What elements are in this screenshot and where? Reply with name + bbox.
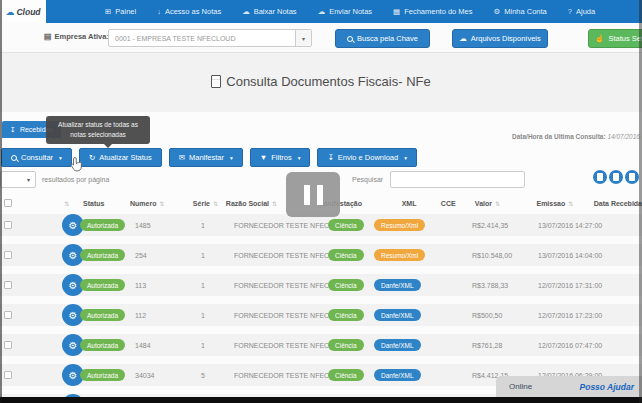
sort-icon[interactable]: ⇅ bbox=[64, 201, 69, 207]
consultar-button[interactable]: Consultar▾ bbox=[1, 148, 72, 167]
row-checkbox[interactable] bbox=[4, 341, 12, 349]
pause-icon bbox=[304, 185, 310, 205]
building-icon: ▤ bbox=[44, 32, 52, 41]
cell-valor: R$500,50 bbox=[470, 312, 528, 319]
nav-item-ajuda[interactable]: ?Ajuda bbox=[568, 7, 595, 16]
cell-numero: 112 bbox=[130, 312, 183, 319]
nav-item-label: Minha Conta bbox=[504, 7, 547, 16]
select-all-checkbox[interactable] bbox=[4, 199, 12, 207]
company-toolbar: ▤ Empresa Ativa: 0001 - EMPRESA TESTE NF… bbox=[0, 23, 642, 53]
xml-badge[interactable]: Resumo/Xml bbox=[374, 249, 425, 261]
atualizar-status-button[interactable]: ↻Atualizar Status bbox=[79, 148, 162, 167]
row-checkbox[interactable] bbox=[4, 281, 12, 289]
manifestacao-badge[interactable]: Ciência bbox=[328, 309, 364, 321]
sort-icon: ⇅ bbox=[568, 201, 573, 207]
nav-item-painel[interactable]: ⊞Painel bbox=[105, 7, 136, 16]
sort-icon: ⇅ bbox=[272, 201, 277, 207]
xml-badge[interactable]: Resumo/Xml bbox=[374, 219, 425, 231]
cell-valor: R$2.414,35 bbox=[470, 222, 528, 229]
col-xml[interactable]: XML bbox=[360, 200, 441, 207]
mouse-cursor-hand bbox=[70, 157, 83, 176]
logo-text: Cloud bbox=[16, 7, 40, 17]
chat-cta: Posso Ajudar bbox=[580, 382, 634, 392]
print-icon bbox=[629, 173, 635, 181]
export-buttons bbox=[593, 170, 639, 184]
cell-valor: R$10.548,00 bbox=[470, 252, 528, 259]
col-cce[interactable]: CCE bbox=[441, 200, 453, 207]
results-per-page-select[interactable]: ▾ bbox=[0, 171, 36, 188]
xml-badge[interactable]: Danfe/XML bbox=[374, 279, 421, 291]
button-label: Envio e Download bbox=[338, 153, 398, 162]
cloud-download-icon: ☁ bbox=[242, 7, 250, 16]
col-emissao[interactable]: Emissao⇅ bbox=[508, 200, 588, 207]
video-letterbox-bar bbox=[0, 397, 642, 403]
cell-razao-social: FORNECEDOR TESTE NFECLOUD bbox=[222, 222, 328, 229]
envio-e-download-button[interactable]: ↧Envio e Download▾ bbox=[317, 148, 417, 167]
status-badge: Autorizada bbox=[80, 369, 125, 381]
nav-item-label: Acesso as Notas bbox=[165, 7, 221, 16]
row-checkbox[interactable] bbox=[4, 221, 12, 229]
cell-razao-social: FORNECEDOR TESTE NFECLOUD bbox=[222, 282, 328, 289]
chevron-down-icon: ▾ bbox=[298, 155, 301, 161]
available-files-button[interactable]: ☁ Arquivos Disponíveis bbox=[452, 29, 548, 48]
cloud-icon: ☁ bbox=[459, 34, 467, 43]
col-serie[interactable]: Série⇅ bbox=[175, 200, 214, 207]
col-numero[interactable]: Numero⇅ bbox=[125, 200, 175, 207]
refresh-icon: ↻ bbox=[89, 153, 95, 162]
chat-widget[interactable]: Online Posso Ajudar bbox=[496, 376, 642, 397]
cell-numero: 1485 bbox=[130, 222, 183, 229]
xml-badge[interactable]: Danfe/XML bbox=[374, 369, 421, 381]
button-label: Filtros bbox=[271, 153, 291, 162]
col-status[interactable]: Status bbox=[78, 200, 125, 207]
per-page-label: resultados por página bbox=[42, 176, 109, 183]
search-input[interactable] bbox=[390, 171, 525, 188]
table-body: ⚙Autorizada14851FORNECEDOR TESTE NFECLOU… bbox=[0, 214, 642, 403]
print-button[interactable] bbox=[625, 170, 639, 184]
nav-item-minha-conta[interactable]: ⚙Minha Conta bbox=[494, 7, 547, 16]
manifestacao-badge[interactable]: Ciência bbox=[328, 369, 364, 381]
table-row: ⚙Autorizada14851FORNECEDOR TESTE NFECLOU… bbox=[0, 214, 642, 236]
cell-emissao: 12/07/2016 17:23:00 bbox=[528, 312, 612, 319]
download-icon: ↓ bbox=[157, 7, 161, 16]
excel-export-icon bbox=[597, 173, 603, 181]
chevron-down-icon[interactable]: ▾ bbox=[295, 30, 311, 46]
row-checkbox[interactable] bbox=[4, 251, 12, 259]
button-label: Manifestar bbox=[189, 153, 224, 162]
nav-menu: ⊞Painel↓Acesso as Notas☁Baixar Notas☁Env… bbox=[105, 0, 595, 23]
manifestar-button[interactable]: ✉Manifestar▾ bbox=[169, 148, 243, 167]
search-by-key-button[interactable]: Busca pela Chave bbox=[335, 29, 430, 48]
manifestacao-badge[interactable]: Ciência bbox=[328, 279, 364, 291]
cell-serie: 1 bbox=[183, 222, 222, 229]
xml-badge[interactable]: Danfe/XML bbox=[374, 339, 421, 351]
status-badge: Autorizada bbox=[80, 219, 125, 231]
last-query-datetime: Data/Hora da Ultima Consulta: 14/07/2016… bbox=[388, 133, 642, 140]
company-active-label: ▤ Empresa Ativa: bbox=[44, 32, 109, 41]
excel-export-button[interactable] bbox=[593, 170, 607, 184]
manifestacao-badge[interactable]: Ciência bbox=[328, 249, 364, 261]
video-pause-button[interactable] bbox=[286, 172, 340, 217]
manifestacao-badge[interactable]: Ciência bbox=[328, 339, 364, 351]
company-select-value: 0001 - EMPRESA TESTE NFECLOUD bbox=[109, 35, 295, 42]
app-logo[interactable]: ☁ Cloud bbox=[0, 0, 46, 23]
action-button-bar: Consultar▾↻Atualizar Status✉Manifestar▾▼… bbox=[1, 148, 417, 167]
status-badge: Autorizada bbox=[80, 279, 125, 291]
button-label: Consultar bbox=[21, 153, 53, 162]
cell-razao-social: FORNECEDOR TESTE NFECLOUD bbox=[222, 372, 328, 379]
cell-emissao: 13/07/2016 14:27:00 bbox=[528, 222, 612, 229]
sefaz-status-button[interactable]: ☝ Status Sefaz bbox=[588, 29, 642, 48]
row-checkbox[interactable] bbox=[4, 371, 12, 379]
col-valor[interactable]: Valor⇅ bbox=[453, 200, 509, 207]
company-select[interactable]: 0001 - EMPRESA TESTE NFECLOUD ▾ bbox=[108, 29, 312, 47]
nav-item-enviar-notas[interactable]: ☁Enviar Notas bbox=[318, 7, 372, 16]
row-checkbox[interactable] bbox=[4, 311, 12, 319]
col-data-recebida[interactable]: Data Recebida bbox=[589, 200, 642, 207]
xml-badge[interactable]: Danfe/XML bbox=[374, 309, 421, 321]
status-badge: Autorizada bbox=[80, 339, 125, 351]
pdf-export-button[interactable] bbox=[609, 170, 623, 184]
nav-item-label: Ajuda bbox=[576, 7, 595, 16]
manifestacao-badge[interactable]: Ciência bbox=[328, 219, 364, 231]
filtros-button[interactable]: ▼Filtros▾ bbox=[250, 148, 311, 167]
nav-item-baixar-notas[interactable]: ☁Baixar Notas bbox=[242, 7, 296, 16]
nav-item-acesso-as-notas[interactable]: ↓Acesso as Notas bbox=[157, 7, 221, 16]
nav-item-fechamento-do-mes[interactable]: ▦Fechamento do Mes bbox=[393, 7, 472, 16]
